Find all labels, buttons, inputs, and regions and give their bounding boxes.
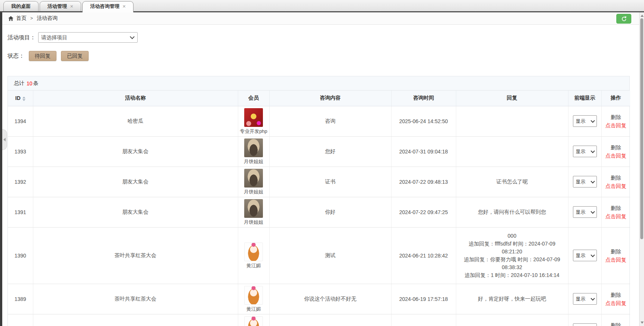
cell-id: 1391 — [8, 197, 33, 227]
cell-display: 显示不显示 — [568, 284, 601, 314]
cell-id: 1390 — [8, 227, 33, 284]
cell-action: 删除 点击回复 — [601, 227, 630, 284]
reply-cell — [456, 136, 568, 167]
cell-display: 显示不显示 — [568, 197, 601, 227]
table-row: 1393 朋友大集会 月饼姐姐 您好 2024-07-31 09:04:18 显… — [8, 136, 630, 167]
sidebar-collapse-handle[interactable] — [2, 129, 7, 150]
cell-time: 2024-07-22 09:48:13 — [391, 167, 456, 197]
cell-member: 月饼姐姐 — [238, 167, 269, 197]
table-row: 1394 哈密瓜 专业开发php 咨询 2025-06-24 14:52:50 … — [8, 106, 630, 136]
table-row: 1389 茶叶共享红茶大会 黄江媚 你说这个活动好不好无 2024-06-19 … — [8, 284, 630, 314]
member-name: 黄江媚 — [240, 262, 268, 269]
member-avatar — [244, 316, 263, 326]
table-row: 1391 朋友大集会 月饼姐姐 你好 2024-07-22 09:47:25 您… — [8, 197, 630, 227]
col-display: 前端显示 — [568, 91, 601, 106]
click-reply-link[interactable]: 点击回复 — [604, 182, 628, 190]
sort-icon[interactable] — [22, 97, 25, 101]
table-header-row: ID 活动名称 会员 咨询内容 咨询时间 回复 前端显示 操作 — [8, 91, 630, 106]
cell-time: 2025-06-24 14:52:50 — [391, 106, 456, 136]
tab-activity-consult-manage[interactable]: 活动咨询管理 ✕ — [82, 1, 134, 12]
table-row: 1388 茶叶共享红茶大会 黄江媚 33333 2024-06-19 16:24… — [8, 314, 630, 326]
col-content: 咨询内容 — [269, 91, 391, 106]
display-select-wrap: 显示不显示 — [573, 250, 597, 261]
tab-label: 活动管理 — [47, 3, 67, 10]
click-reply-link[interactable]: 点击回复 — [604, 256, 628, 264]
click-reply-link[interactable]: 点击回复 — [604, 299, 628, 307]
cell-activity: 朋友大集会 — [33, 167, 238, 197]
project-filter-label: 活动项目： — [7, 34, 36, 41]
delete-link[interactable]: 删除 — [604, 291, 628, 299]
cell-content: 测试 — [269, 227, 391, 284]
display-select[interactable]: 显示不显示 — [573, 115, 597, 127]
status-replied-button[interactable]: 已回复 — [61, 51, 89, 61]
table-row: 1392 朋友大集会 月饼姐姐 证书 2024-07-22 09:48:13 证… — [8, 167, 630, 197]
cell-content: 你说这个活动好不好无 — [269, 284, 391, 314]
total-summary: 总计 10 条 — [8, 76, 629, 91]
reply-cell — [456, 106, 568, 136]
cell-activity: 朋友大集会 — [33, 136, 238, 167]
cell-time: 2024-07-31 09:04:18 — [391, 136, 456, 167]
tab-my-desktop[interactable]: 我的桌面 — [3, 1, 39, 11]
cell-action: 删除 点击回复 — [601, 284, 630, 314]
click-reply-link[interactable]: 点击回复 — [604, 152, 628, 160]
display-select[interactable]: 显示不显示 — [573, 293, 597, 305]
display-select[interactable]: 显示不显示 — [573, 323, 597, 326]
cell-time: 2024-07-22 09:47:25 — [391, 197, 456, 227]
tab-label: 我的桌面 — [11, 3, 31, 10]
member-name: 专业开发php — [240, 128, 268, 134]
refresh-button[interactable] — [616, 14, 631, 24]
breadcrumb-home[interactable]: 首页 — [16, 15, 27, 22]
col-time: 咨询时间 — [391, 91, 456, 106]
click-reply-link[interactable]: 点击回复 — [604, 212, 628, 220]
cell-id: 1393 — [8, 136, 33, 167]
display-select[interactable]: 显示不显示 — [573, 176, 597, 188]
cell-id: 1388 — [8, 314, 33, 326]
scroll-down-icon[interactable] — [641, 322, 644, 324]
cell-member: 月饼姐姐 — [238, 197, 269, 227]
cell-member: 黄江媚 — [238, 284, 269, 314]
reply-line: 追加回复：你要努力哦 时间：2024-07-09 08:38:32 — [459, 256, 566, 271]
member-avatar — [244, 243, 263, 261]
reply-line: 好，肯定好呀，快来一起玩吧 — [459, 295, 566, 303]
cell-content: 咨询 — [269, 106, 391, 136]
status-filter-label: 状态： — [7, 52, 24, 60]
cell-member: 月饼姐姐 — [238, 136, 269, 167]
display-select[interactable]: 显示不显示 — [573, 146, 597, 157]
tab-activity-manage[interactable]: 活动管理 ✕ — [40, 1, 81, 11]
close-icon[interactable]: ✕ — [70, 4, 73, 9]
cell-display: 显示不显示 — [568, 136, 601, 167]
reply-cell: 您好，请问有什么可以帮到您 — [456, 197, 568, 227]
breadcrumb-current: 活动咨询 — [37, 15, 58, 22]
scrollbar-thumb[interactable] — [640, 18, 643, 239]
cell-activity: 茶叶共享红茶大会 — [33, 284, 238, 314]
refresh-icon — [621, 16, 627, 22]
summary-count: 10 — [27, 80, 33, 86]
cell-id: 1389 — [8, 284, 33, 314]
delete-link[interactable]: 删除 — [604, 247, 628, 256]
display-select-wrap: 显示不显示 — [573, 115, 597, 127]
delete-link[interactable]: 删除 — [604, 143, 628, 152]
close-icon[interactable]: ✕ — [122, 4, 126, 9]
display-select-wrap: 显示不显示 — [573, 293, 597, 305]
project-select[interactable]: 请选择项目 — [38, 32, 138, 43]
col-member: 会员 — [238, 91, 269, 106]
click-reply-link[interactable]: 点击回复 — [604, 121, 628, 130]
delete-link[interactable]: 删除 — [604, 204, 628, 212]
delete-link[interactable]: 删除 — [604, 113, 628, 121]
display-select-wrap: 显示不显示 — [573, 206, 597, 218]
home-icon — [8, 16, 13, 21]
status-filter-row: 状态： 待回复 已回复 — [7, 51, 640, 61]
status-pending-button[interactable]: 待回复 — [29, 51, 56, 61]
scroll-up-icon[interactable] — [641, 15, 644, 17]
display-select[interactable]: 显示不显示 — [573, 250, 597, 261]
member-name: 月饼姐姐 — [240, 189, 268, 195]
delete-link[interactable]: 删除 — [604, 174, 628, 182]
display-select-wrap: 显示不显示 — [573, 146, 597, 157]
cell-display: 显示不显示 — [568, 314, 601, 326]
cell-activity: 茶叶共享红茶大会 — [33, 314, 238, 326]
member-name: 月饼姐姐 — [240, 219, 268, 225]
reply-cell: 好，肯定好呀，快来一起玩吧 — [456, 284, 568, 314]
display-select[interactable]: 显示不显示 — [573, 206, 597, 218]
vertical-scrollbar[interactable] — [639, 12, 644, 326]
delete-link[interactable]: 删除 — [604, 321, 628, 326]
